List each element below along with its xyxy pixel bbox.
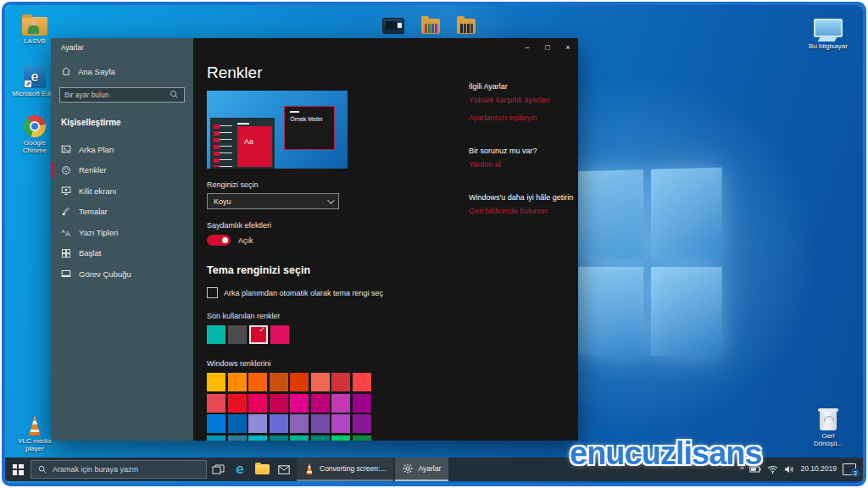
vlc-task-label: Converting screen:...	[320, 464, 386, 473]
shortcut-arrow-icon: ↗	[25, 80, 31, 87]
gear-icon	[403, 463, 413, 474]
windows-color-swatch[interactable]	[248, 394, 267, 413]
windows-color-swatch[interactable]	[311, 373, 330, 391]
watermark: enucuzlisans	[570, 435, 762, 472]
sidebar-item-kilit-ekrani[interactable]: Kilit ekranı	[51, 180, 193, 202]
windows-color-swatch[interactable]	[290, 394, 309, 413]
windows-color-grid	[207, 373, 373, 441]
feedback-link[interactable]: Geri bildirimde bulunun	[469, 207, 578, 215]
windows-color-swatch[interactable]	[270, 435, 288, 441]
desktop-icon-this-pc[interactable]: Bu bilgisayar	[805, 12, 851, 50]
vlc-task-button[interactable]: Converting screen:...	[297, 458, 393, 481]
file-explorer-button[interactable]	[251, 458, 273, 481]
windows-color-swatch[interactable]	[207, 394, 225, 413]
windows-color-swatch[interactable]	[331, 394, 350, 413]
auto-color-checkbox[interactable]	[207, 287, 218, 298]
themes-icon	[61, 207, 71, 217]
windows-color-swatch[interactable]	[353, 394, 371, 413]
wifi-icon[interactable]	[767, 465, 778, 474]
windows-color-swatch[interactable]	[331, 414, 350, 433]
sidebar-item-gorev-cubugu[interactable]: Görev Çubuğu	[51, 263, 193, 285]
taskbar-search-input[interactable]: Aramak için buraya yazın	[31, 460, 207, 479]
action-center-button[interactable]: 2	[843, 463, 856, 475]
screenshot-frame: LASVB e ↗ Microsoft Edge Google Chrome V…	[2, 2, 866, 486]
settings-search-placeholder: Bir ayar bulun	[64, 91, 108, 99]
tray-date-text: 20.10.2019	[800, 465, 837, 473]
settings-window: Ayarlar Ana Sayfa Bir ayar bulun Kişisel…	[51, 38, 578, 441]
start-menu-icon	[61, 248, 71, 258]
windows-color-swatch[interactable]	[207, 373, 225, 391]
settings-search-input[interactable]: Bir ayar bulun	[59, 87, 185, 103]
windows-color-swatch[interactable]	[270, 394, 288, 413]
clock-date[interactable]: 20.10.2019	[800, 465, 837, 473]
windows-color-swatch[interactable]	[353, 414, 371, 433]
search-icon	[170, 90, 180, 100]
recent-color-swatch[interactable]: ✓	[249, 325, 268, 344]
windows-color-swatch[interactable]	[311, 394, 330, 413]
get-help-link[interactable]: Yardım al	[469, 160, 578, 169]
windows-color-swatch[interactable]	[228, 414, 247, 433]
maximize-button[interactable]: □	[537, 38, 558, 57]
transparency-toggle[interactable]	[207, 235, 231, 246]
recent-color-swatch[interactable]	[228, 325, 247, 344]
sidebar-item-baslat[interactable]: Başlat	[51, 243, 193, 264]
windows-color-swatch[interactable]	[270, 373, 288, 391]
color-mode-dropdown[interactable]: Koyu	[207, 193, 339, 209]
sidebar-item-label: Yazı Tipleri	[79, 228, 118, 237]
settings-task-button[interactable]: Ayarlar	[395, 458, 448, 481]
colors-icon	[61, 165, 71, 175]
home-icon	[61, 66, 71, 76]
windows-color-swatch[interactable]	[311, 414, 330, 433]
edge-taskbar-button[interactable]: e	[229, 458, 251, 481]
windows-color-swatch[interactable]	[290, 435, 309, 441]
windows-color-swatch[interactable]	[311, 435, 330, 441]
task-view-icon	[212, 464, 225, 475]
desktop-icon-screen-capture[interactable]	[376, 15, 410, 36]
sidebar-item-label: Temalar	[79, 207, 108, 216]
windows-color-swatch[interactable]	[248, 435, 267, 441]
windows-colors-label: Windows renklerini	[207, 359, 578, 368]
sidebar-item-label: Görev Çubuğu	[79, 269, 131, 279]
windows-color-swatch[interactable]	[353, 373, 371, 391]
sidebar-home-label: Ana Sayfa	[78, 67, 115, 76]
windows-color-swatch[interactable]	[270, 414, 288, 433]
windows-color-swatch[interactable]	[248, 414, 267, 433]
preview-sample-window: Örnek Metin	[284, 106, 335, 150]
sidebar-item-renkler[interactable]: Renkler	[51, 160, 193, 181]
transparency-state: Açık	[238, 236, 253, 245]
windows-color-swatch[interactable]	[207, 414, 225, 433]
windows-color-swatch[interactable]	[331, 435, 350, 441]
windows-color-swatch[interactable]	[290, 414, 309, 433]
recent-color-swatch[interactable]	[270, 325, 289, 344]
windows-color-swatch[interactable]	[331, 373, 350, 391]
mail-button[interactable]	[273, 458, 295, 481]
windows-color-swatch[interactable]	[228, 373, 247, 391]
windows-color-swatch[interactable]	[207, 435, 225, 441]
windows-color-swatch[interactable]	[353, 435, 371, 441]
sidebar-item-arka-plan[interactable]: Arka Plan	[51, 139, 193, 160]
high-contrast-link[interactable]: Yüksek karşıtlık ayarları	[469, 96, 578, 104]
volume-icon[interactable]	[784, 465, 794, 474]
sync-settings-link[interactable]: Ayarlarınızı eşitleyin	[469, 114, 578, 122]
desktop-icon-library-dark[interactable]	[449, 14, 483, 36]
desktop-icon-library-color[interactable]	[414, 14, 448, 36]
windows-color-swatch[interactable]	[290, 373, 309, 391]
background-icon	[61, 144, 71, 154]
sidebar-item-yazi-tipleri[interactable]: AA Yazı Tipleri	[51, 222, 193, 243]
windows-logo-pane	[650, 267, 721, 358]
minimize-button[interactable]: –	[517, 38, 537, 57]
sidebar-item-label: Başlat	[79, 248, 101, 258]
windows-color-swatch[interactable]	[228, 394, 247, 413]
windows-logo-pane	[650, 168, 721, 259]
sidebar-item-home[interactable]: Ana Sayfa	[51, 52, 193, 80]
start-button[interactable]	[5, 458, 31, 481]
auto-color-checkbox-label: Arka planımdan otomatik olarak tema reng…	[224, 289, 383, 297]
fonts-icon: AA	[61, 227, 71, 237]
close-button[interactable]: ×	[558, 38, 578, 57]
recent-color-swatch[interactable]	[207, 325, 225, 344]
sidebar-item-temalar[interactable]: Temalar	[51, 202, 193, 223]
task-view-button[interactable]	[207, 458, 229, 481]
windows-color-swatch[interactable]	[248, 373, 267, 391]
windows-color-swatch[interactable]	[228, 435, 247, 441]
desktop-icon-recycle-bin[interactable]: Geri Dönüşü...	[805, 405, 851, 447]
